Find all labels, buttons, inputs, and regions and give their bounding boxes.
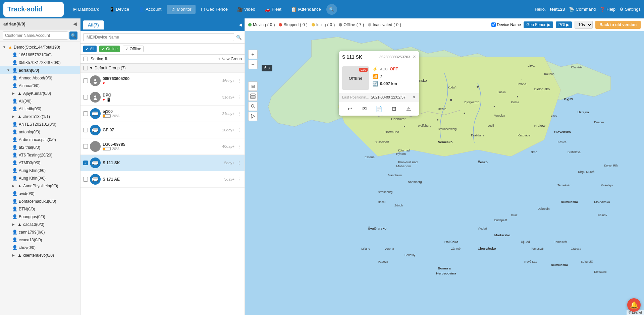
poi-tag[interactable]: POI ▶ [556, 21, 572, 28]
tree-item-caca13[interactable]: ▶ ▲ caca13(0/0) [0, 220, 80, 228]
panel-collapse-button[interactable]: ◀ [239, 22, 242, 27]
nav-iattendance[interactable]: 📋 iAttendance [287, 5, 325, 14]
list-item[interactable]: ✓ S 111 SK 5day+ ⋮ [80, 155, 245, 171]
tree-item-aung-khin[interactable]: 👤 Aung Khin(0/0) [0, 167, 80, 174]
tree-item-at2trial[interactable]: 👤 at2 trial(0/0) [0, 143, 80, 151]
global-search-button[interactable]: 🔍 [326, 4, 337, 15]
popup-action-route[interactable]: ↩ [344, 104, 355, 114]
tree-item-ccaca13[interactable]: 👤 ccaca13(0/0) [0, 236, 80, 244]
tree-item-ahmed[interactable]: 👤 Ahmed Abood(0/0) [0, 74, 80, 82]
tree-item-ali-iedib[interactable]: 👤 Ali Iedib(0/0) [0, 105, 80, 113]
device-group-header[interactable]: ▼ Default Group (7) [80, 64, 245, 73]
map-route-button[interactable] [248, 112, 258, 121]
nav-fleet[interactable]: 🚗 Fleet [261, 5, 285, 14]
device-checkbox-1[interactable] [83, 78, 88, 83]
tree-item-18616[interactable]: 👤 18616857821(0/0) [0, 51, 80, 59]
device-menu-2[interactable]: ⋮ [236, 94, 242, 100]
tree-item-demo[interactable]: ▼ ▲ Demo(Stock144/Total190) [0, 43, 80, 51]
back-old-version-button[interactable]: Back to old version [595, 21, 641, 29]
select-all-checkbox[interactable] [83, 57, 88, 61]
nav-geofence[interactable]: ⬡ Geo Fence [197, 5, 232, 14]
popup-expand-icon[interactable]: ▼ [412, 95, 416, 99]
filter-all[interactable]: ✓ All [83, 46, 97, 52]
list-item[interactable]: S 171 AE 3day+ ⋮ [80, 171, 245, 188]
popup-action-info[interactable]: 📄 [374, 104, 384, 114]
group-checkbox[interactable] [83, 66, 88, 70]
device-checkbox-3[interactable] [83, 111, 88, 116]
status-idling[interactable]: Idling (0) [312, 22, 335, 27]
tree-item-35985[interactable]: 👤 35985708172848​7(0/0) [0, 59, 80, 66]
list-item[interactable]: DPO ♥ 📱 31day+ ⋮ [80, 89, 245, 106]
device-search-input[interactable] [83, 33, 234, 41]
popup-action-alert[interactable]: ⚠ [404, 104, 414, 114]
command-button[interactable]: 📡 Command [569, 7, 596, 12]
tree-item-ainhoa[interactable]: 👤 Ainhoa(0/0) [0, 82, 80, 89]
status-offline[interactable]: Offline (7) [339, 22, 364, 27]
device-checkbox-4[interactable] [83, 128, 88, 132]
device-name-toggle[interactable]: Device Name [491, 22, 521, 27]
popup-close-button[interactable]: × [413, 54, 416, 60]
device-checkbox-7[interactable] [83, 177, 88, 182]
tree-item-avid[interactable]: 👤 avid(0/0) [0, 190, 80, 197]
map-background[interactable]: Dánsko Kodaň Hamburg Berlin Bydgoszcz Ha… [245, 31, 644, 315]
map-search-location-button[interactable] [248, 102, 258, 111]
tree-item-at6testing[interactable]: 👤 AT6 Testing(20/20) [0, 151, 80, 159]
device-menu-5[interactable]: ⋮ [236, 143, 242, 149]
list-item[interactable]: LG05-09785 20% 40day+ ⋮ [80, 138, 245, 155]
filter-online[interactable]: ✓ Online [99, 46, 120, 52]
device-search-button[interactable]: 🔍 [236, 35, 242, 40]
status-inactivated[interactable]: Inactivated (0) [368, 22, 401, 27]
geo-fence-tag[interactable]: Geo Fence ▶ [524, 21, 553, 28]
sort-button[interactable]: Sorting ⇅ [91, 57, 108, 61]
list-item[interactable]: ej100 20% 24day+ ⋮ [80, 106, 245, 122]
help-button[interactable]: ❓ Help [600, 7, 615, 12]
map-layers-button[interactable] [248, 91, 258, 101]
tree-item-clientenuevo[interactable]: ▶ ▲ clientenuevo(0/0) [0, 251, 80, 259]
zoom-out-button[interactable]: − [248, 60, 258, 69]
tree-item-atmd3[interactable]: 👤 ATMD3(0/0) [0, 159, 80, 167]
device-checkbox-5[interactable] [83, 144, 88, 149]
new-group-button[interactable]: + New Group [218, 57, 242, 61]
tree-item-ardie[interactable]: 👤 Ardie macaspac(0/0) [0, 136, 80, 143]
tree-item-buanggps[interactable]: 👤 Buanggps(0/0) [0, 213, 80, 220]
sidebar-collapse-button[interactable]: ◀ [73, 21, 77, 26]
tree-item-bonfacemabuku[interactable]: 👤 Bonfacemabuku(0/0) [0, 197, 80, 205]
logo[interactable]: Track·solid [3, 2, 64, 17]
list-item[interactable]: 085763605200 ♥ 46day+ ⋮ [80, 73, 245, 89]
nav-dashboard[interactable]: ⊞ Dashboard [69, 5, 104, 14]
notification-bell[interactable]: 🔔 [627, 298, 641, 312]
zoom-in-button[interactable]: + [248, 50, 258, 59]
map-fullscreen-button[interactable]: ⊞ [248, 81, 258, 91]
nav-account[interactable]: 👤 Account [135, 5, 165, 14]
device-menu-3[interactable]: ⋮ [236, 111, 242, 117]
tree-item-cann1799[interactable]: 👤 cann1799(0/0) [0, 228, 80, 236]
interval-select[interactable]: 10s [575, 21, 593, 29]
tree-item-antonio[interactable]: 👤 antonio(0/0) [0, 128, 80, 136]
device-checkbox-6[interactable]: ✓ [83, 161, 88, 165]
customer-search-button[interactable]: 🔍 [69, 32, 77, 40]
popup-action-grid[interactable]: ⊞ [389, 104, 399, 114]
status-stopped[interactable]: Stopped (0) [279, 22, 307, 27]
device-checkbox-2[interactable] [83, 95, 88, 100]
device-menu-7[interactable]: ⋮ [236, 176, 242, 182]
filter-offline[interactable]: ✓ Offline [123, 46, 144, 52]
tree-item-adrian[interactable]: ▼ 👤 adrian(0/0) [0, 66, 80, 74]
tree-item-ali[interactable]: 👤 Ali(0/0) [0, 97, 80, 105]
popup-action-send[interactable]: ✉ [359, 104, 369, 114]
device-menu-6[interactable]: ⋮ [236, 160, 242, 166]
popup-last-position[interactable]: Last Positionin... 2021-03-09 12:02:57 ▼ [339, 93, 419, 101]
status-moving[interactable]: Moving (0) [248, 22, 275, 27]
tree-item-aungphyo[interactable]: ▶ ▲ AungPhyoHein(0/0) [0, 182, 80, 190]
device-name-checkbox[interactable] [491, 22, 496, 27]
nav-monitor[interactable]: 🖥 Monitor [167, 5, 195, 14]
customer-search-input[interactable] [3, 32, 68, 40]
tree-item-alireza[interactable]: ▶ ▲ alireza132(1/1) [0, 113, 80, 120]
tree-item-btn[interactable]: 👤 BTN(0/0) [0, 205, 80, 213]
tab-all[interactable]: All(7) [83, 20, 104, 29]
device-menu-4[interactable]: ⋮ [236, 127, 242, 133]
list-item[interactable]: GF-07 20day+ ⋮ [80, 122, 245, 138]
tree-item-aung-khin2[interactable]: 👤 Aung Khin(0/0) [0, 174, 80, 182]
tree-item-ajaykumar[interactable]: ▶ ▲ AjayKumar(0/0) [0, 89, 80, 97]
settings-button[interactable]: ⚙ Settings [620, 7, 641, 12]
nav-device[interactable]: 📱 Device [105, 5, 133, 14]
